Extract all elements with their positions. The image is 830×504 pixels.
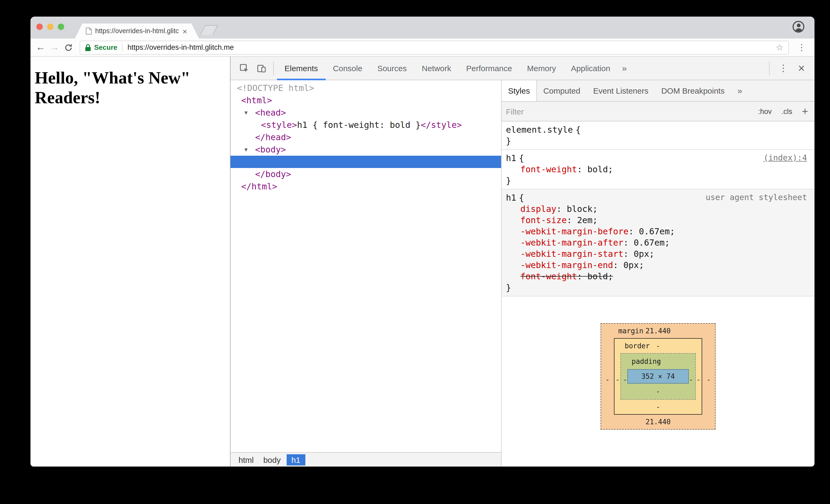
window-content: Hello, "What's New" Readers! Elements Co… (30, 57, 815, 467)
padding-left-value: - (623, 372, 627, 387)
style-rule-element[interactable]: element.style{ } (502, 122, 815, 150)
dom-tree: <!DOCTYPE html> <html> ▼<head> <style>h1… (230, 80, 501, 452)
devtools-tab-sources[interactable]: Sources (370, 57, 414, 80)
devtools-tab-memory[interactable]: Memory (519, 57, 564, 80)
tab-computed[interactable]: Computed (537, 80, 587, 101)
tab-favicon-icon (86, 27, 92, 35)
zoom-window-button[interactable] (58, 24, 64, 30)
stylesheet-source-link[interactable]: (index):4 (763, 153, 807, 164)
stylesheet-source-label: user agent stylesheet (706, 192, 807, 203)
style-rule-h1-user-agent[interactable]: user agent stylesheeth1{ display: block;… (502, 189, 815, 296)
border-bottom-value: - (656, 403, 660, 411)
elements-pane: <!DOCTYPE html> <html> ▼<head> <style>h1… (230, 80, 501, 467)
dom-node-doctype[interactable]: <!DOCTYPE html> (230, 82, 501, 94)
box-model-section: margin21.440 border- padding- 352 × 74 - (502, 296, 815, 446)
style-rule-h1-index[interactable]: (index):4h1{ font-weight: bold; } (502, 150, 815, 189)
back-button[interactable]: ← (34, 40, 47, 54)
tab-event-listeners[interactable]: Event Listeners (587, 80, 655, 101)
devtools-tab-application[interactable]: Application (564, 57, 618, 80)
margin-left-value: - (605, 372, 610, 387)
padding-right-value: - (689, 372, 693, 387)
page-viewport: Hello, "What's New" Readers! (30, 57, 230, 467)
box-model-diagram[interactable]: margin21.440 border- padding- 352 × 74 - (601, 323, 715, 430)
more-tabs-icon[interactable]: » (618, 57, 631, 80)
screen: https://overrides-in-html.glitch × ← → S… (0, 0, 830, 504)
breadcrumb-body[interactable]: body (259, 454, 286, 465)
margin-bottom-value: 21.440 (645, 418, 671, 426)
padding-bottom-value: - (656, 387, 660, 396)
expand-arrow-icon[interactable]: ▼ (245, 106, 248, 119)
devtools-menu-icon[interactable]: ⋮ (773, 63, 794, 74)
dom-node-style[interactable]: <style>h1 { font-weight: bold }</style> (230, 119, 501, 131)
tab-dom-breakpoints[interactable]: DOM Breakpoints (655, 80, 731, 101)
profile-head-icon (797, 24, 800, 27)
profile-body-icon (795, 28, 802, 33)
tab-bar: https://overrides-in-html.glitch × (30, 17, 815, 38)
browser-tab[interactable]: https://overrides-in-html.glitch × (75, 24, 199, 38)
class-toggle[interactable]: .cls (781, 107, 792, 115)
close-window-button[interactable] (36, 24, 43, 30)
dom-node-body[interactable]: ▼<body> (230, 144, 501, 156)
dom-node-body-close[interactable]: </body> (230, 168, 501, 180)
box-model-padding[interactable]: padding- 352 × 74 - (620, 353, 696, 400)
dom-node-html-open[interactable]: <html> (230, 94, 501, 106)
tab-title: https://overrides-in-html.glitch (95, 27, 179, 35)
new-style-rule-icon[interactable]: + (802, 106, 808, 117)
devtools-toolbar: Elements Console Sources Network Perform… (230, 57, 815, 80)
devtools-tab-performance[interactable]: Performance (458, 57, 519, 80)
breadcrumb-h1[interactable]: h1 (287, 454, 305, 465)
forward-button[interactable]: → (47, 40, 62, 54)
box-model-content[interactable]: 352 × 74 (627, 369, 689, 384)
dom-node-head[interactable]: ▼<head> (230, 106, 501, 119)
overridden-property: font-weight: bold; (506, 271, 807, 282)
styles-filter-bar: Filter :hov .cls + (502, 102, 815, 122)
styles-sidebar: Styles Computed Event Listeners DOM Brea… (501, 80, 815, 467)
filter-input[interactable]: Filter (506, 107, 524, 116)
browser-toolbar: ← → Secure https://overrides-in-html.gli… (30, 38, 815, 57)
inspect-element-icon[interactable] (236, 57, 253, 80)
device-toolbar-icon[interactable] (253, 57, 270, 80)
border-top-value: - (656, 342, 660, 350)
profile-icon[interactable] (793, 21, 804, 33)
devtools-panel: Elements Console Sources Network Perform… (230, 57, 815, 467)
breadcrumb: html body h1 (230, 452, 501, 467)
toolbar-separator (273, 61, 274, 75)
styles-content: element.style{ } (index):4h1{ font-weigh… (502, 122, 815, 467)
url-text[interactable]: https://overrides-in-html.glitch.me (128, 43, 234, 51)
margin-right-value: - (706, 372, 711, 387)
hover-state-toggle[interactable]: :hov (758, 107, 772, 115)
margin-top-value: 21.440 (645, 327, 671, 335)
window-controls (36, 24, 64, 30)
devtools-close-icon[interactable]: × (794, 62, 809, 74)
address-separator (122, 43, 123, 52)
devtools-tab-console[interactable]: Console (325, 57, 370, 80)
border-left-value: - (615, 372, 620, 387)
breadcrumb-html[interactable]: html (234, 454, 259, 465)
selected-node-hint: ==$0 (350, 194, 375, 204)
expand-arrow-icon[interactable]: ▼ (245, 144, 248, 156)
dom-node-h1-selected[interactable]: ... <h1>Hello, "What's New" Readers!</h1… (230, 156, 501, 168)
border-right-value: - (696, 372, 701, 387)
lock-icon (85, 43, 91, 51)
bookmark-star-icon[interactable]: ☆ (776, 42, 784, 53)
dom-node-html-close[interactable]: </html> (230, 180, 501, 193)
devtools-tab-elements[interactable]: Elements (277, 57, 325, 80)
browser-window: https://overrides-in-html.glitch × ← → S… (30, 17, 815, 467)
more-sidebar-tabs-icon[interactable]: » (731, 80, 749, 101)
new-tab-button[interactable] (200, 25, 218, 35)
sidebar-tabs: Styles Computed Event Listeners DOM Brea… (502, 80, 815, 102)
minimize-window-button[interactable] (47, 24, 54, 30)
dom-node-head-close[interactable]: </head> (230, 131, 501, 144)
page-heading: Hello, "What's New" Readers! (35, 68, 217, 107)
reload-button[interactable] (62, 40, 75, 54)
address-bar[interactable]: Secure https://overrides-in-html.glitch.… (80, 40, 789, 54)
security-label: Secure (94, 43, 117, 51)
browser-menu-icon[interactable]: ⋮ (793, 42, 810, 53)
tab-styles[interactable]: Styles (502, 80, 537, 101)
toolbar-separator (769, 61, 770, 75)
devtools-tab-network[interactable]: Network (414, 57, 458, 80)
tab-close-icon[interactable]: × (182, 27, 187, 35)
